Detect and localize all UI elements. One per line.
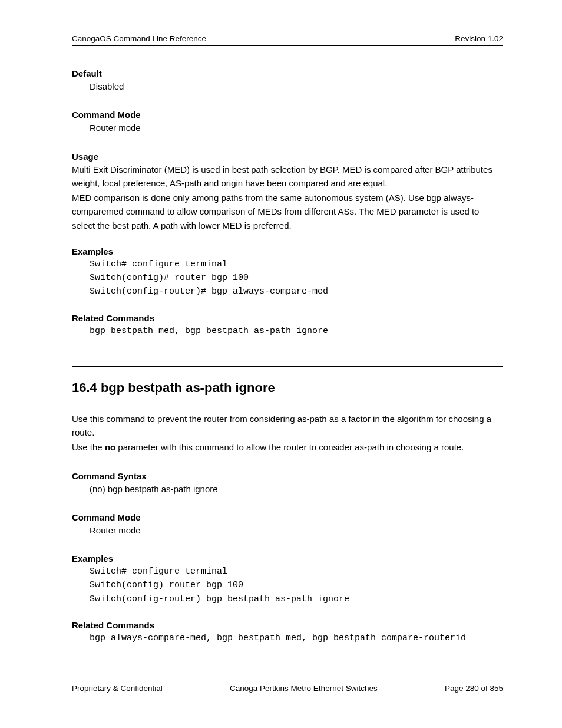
related-commands-heading: Related Commands (72, 313, 503, 323)
header-right: Revision 1.02 (455, 34, 503, 43)
intro2-bold: no (105, 442, 115, 452)
command-mode-value: Router mode (90, 121, 503, 134)
page-header: CanogaOS Command Line Reference Revision… (72, 34, 503, 46)
footer-middle: Canoga Pertkins Metro Ethernet Switches (163, 684, 445, 693)
command-mode-heading: Command Mode (72, 110, 503, 120)
examples-heading: Examples (72, 246, 503, 256)
usage-paragraph-2: MED comparison is done only among paths … (72, 191, 503, 232)
section-divider (72, 366, 503, 367)
default-heading: Default (72, 68, 503, 78)
page-footer: Proprietary & Confidential Canoga Pertki… (72, 680, 503, 693)
command-syntax-heading: Command Syntax (72, 471, 503, 481)
related-commands-code: bgp bestpath med, bgp bestpath as-path i… (90, 324, 503, 338)
page: CanogaOS Command Line Reference Revision… (0, 0, 562, 728)
intro-paragraph-1: Use this command to prevent the router f… (72, 412, 503, 440)
examples-heading-2: Examples (72, 554, 503, 564)
footer-left: Proprietary & Confidential (72, 684, 163, 693)
default-value: Disabled (90, 80, 503, 93)
intro2-post: parameter with this command to allow the… (115, 442, 464, 452)
related-commands-code-2: bgp always-compare-med, bgp bestpath med… (90, 631, 503, 645)
header-left: CanogaOS Command Line Reference (72, 34, 206, 43)
related-commands-heading-2: Related Commands (72, 620, 503, 630)
section-title: 16.4 bgp bestpath as-path ignore (72, 380, 503, 396)
intro2-pre: Use the (72, 442, 105, 452)
usage-heading: Usage (72, 151, 503, 162)
examples-code-2: Switch# configure terminal Switch(config… (90, 565, 503, 606)
command-syntax-value: (no) bgp bestpath as-path ignore (90, 482, 503, 496)
intro-paragraph-2: Use the no parameter with this command t… (72, 440, 503, 454)
command-mode-heading-2: Command Mode (72, 512, 503, 522)
examples-code: Switch# configure terminal Switch(config… (90, 258, 503, 299)
footer-right: Page 280 of 855 (445, 684, 503, 693)
command-mode-value-2: Router mode (90, 523, 503, 537)
usage-paragraph-1: Multi Exit Discriminator (MED) is used i… (72, 163, 503, 190)
